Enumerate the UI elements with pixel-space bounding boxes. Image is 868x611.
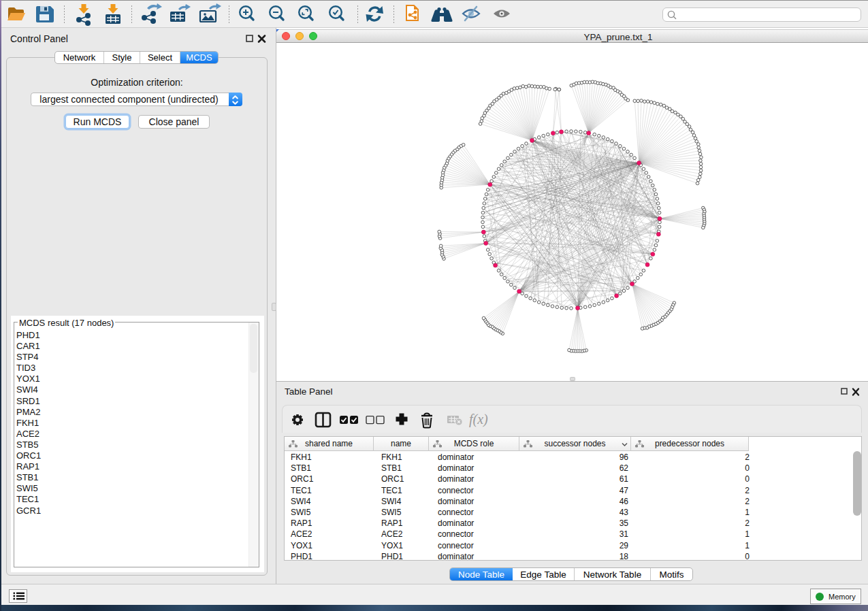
svg-text:f(x): f(x) xyxy=(469,412,488,427)
